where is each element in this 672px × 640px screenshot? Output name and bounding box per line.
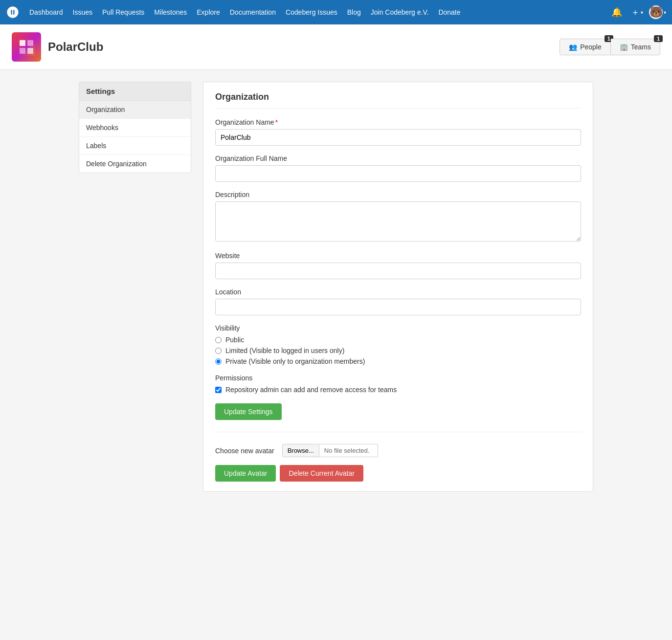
create-button[interactable]: ＋ ▾ — [628, 3, 646, 21]
permission-checkbox-label: Repository admin can add and remove acce… — [225, 386, 397, 394]
visibility-private-radio[interactable] — [215, 358, 222, 365]
sidebar-webhooks[interactable]: Webhooks — [79, 119, 191, 137]
visibility-limited-radio[interactable] — [215, 348, 222, 354]
org-name-group: Organization Name* — [215, 118, 581, 146]
avatar-buttons: Update Avatar Delete Current Avatar — [215, 465, 581, 482]
website-label: Website — [215, 252, 581, 260]
org-full-name-group: Organization Full Name — [215, 154, 581, 182]
chevron-down-icon-user: ▾ — [664, 10, 666, 15]
permission-checkbox-option: Repository admin can add and remove acce… — [215, 386, 581, 394]
navbar: Dashboard Issues Pull Requests Milestone… — [0, 0, 672, 24]
svg-rect-1 — [20, 40, 25, 46]
org-logo — [12, 32, 41, 62]
people-label: People — [580, 43, 602, 51]
nav-milestones[interactable]: Milestones — [150, 5, 191, 19]
visibility-public-radio[interactable] — [215, 337, 222, 343]
nav-codeberg-issues[interactable]: Codeberg Issues — [282, 5, 341, 19]
sidebar-nav: Organization Webhooks Labels Delete Orga… — [79, 100, 191, 173]
update-settings-button[interactable]: Update Settings — [215, 403, 282, 420]
browse-button[interactable]: Browse... — [282, 444, 319, 457]
navbar-right: 🔔 ＋ ▾ 🐻 ▾ — [608, 3, 666, 21]
permissions-group: Permissions Repository admin can add and… — [215, 374, 581, 394]
org-name-label: Organization Name* — [215, 118, 581, 126]
plus-icon: ＋ — [631, 6, 640, 18]
description-label: Description — [215, 191, 581, 199]
visibility-private-label: Private (Visible only to organization me… — [225, 357, 365, 365]
avatar: 🐻 — [649, 5, 663, 19]
org-title: PolarClub — [12, 32, 103, 62]
nav-join[interactable]: Join Codeberg e.V. — [367, 5, 433, 19]
visibility-limited-option: Limited (Visible to logged in users only… — [215, 347, 581, 354]
org-full-name-input[interactable] — [215, 165, 581, 182]
permissions-label: Permissions — [215, 374, 581, 382]
nav-dashboard[interactable]: Dashboard — [25, 5, 67, 19]
bell-icon: 🔔 — [611, 7, 622, 18]
people-icon: 👥 — [569, 43, 577, 51]
org-full-name-label: Organization Full Name — [215, 154, 581, 162]
main-content: Settings Organization Webhooks Labels De… — [67, 82, 605, 492]
nav-issues[interactable]: Issues — [69, 5, 96, 19]
sidebar-labels[interactable]: Labels — [79, 137, 191, 155]
visibility-limited-label: Limited (Visible to logged in users only… — [225, 347, 344, 354]
sidebar-organization[interactable]: Organization — [79, 101, 191, 119]
file-name-display: No file selected. — [319, 444, 378, 457]
teams-label: Teams — [631, 43, 651, 51]
update-settings-wrapper: Update Settings — [215, 403, 581, 420]
visibility-public-label: Public — [225, 336, 244, 344]
nav-explore[interactable]: Explore — [193, 5, 224, 19]
file-input-wrapper: Browse... No file selected. — [282, 444, 378, 457]
sidebar-delete-org[interactable]: Delete Organization — [79, 155, 191, 173]
people-button[interactable]: 👥 People 1 — [560, 39, 611, 55]
chevron-down-icon: ▾ — [641, 10, 643, 15]
visibility-public-option: Public — [215, 336, 581, 344]
delete-avatar-button[interactable]: Delete Current Avatar — [280, 465, 363, 482]
nav-documentation[interactable]: Documentation — [226, 5, 280, 19]
nav-pull-requests[interactable]: Pull Requests — [98, 5, 148, 19]
sidebar: Settings Organization Webhooks Labels De… — [79, 82, 191, 492]
org-name: PolarClub — [48, 40, 103, 54]
nav-donate[interactable]: Donate — [434, 5, 464, 19]
org-nav-buttons: 👥 People 1 🏢 Teams 1 — [560, 39, 660, 55]
choose-avatar-label: Choose new avatar — [215, 447, 274, 455]
avatar-section: Choose new avatar Browse... No file sele… — [215, 444, 581, 457]
svg-rect-2 — [27, 40, 33, 46]
website-input[interactable] — [215, 263, 581, 279]
location-group: Location — [215, 288, 581, 315]
location-input[interactable] — [215, 299, 581, 315]
svg-rect-4 — [27, 48, 33, 54]
description-group: Description — [215, 191, 581, 243]
description-input[interactable] — [215, 201, 581, 242]
org-header: PolarClub 👥 People 1 🏢 Teams 1 — [0, 24, 672, 70]
panel-title: Organization — [215, 92, 581, 109]
visibility-label: Visibility — [215, 324, 581, 332]
org-name-input[interactable] — [215, 129, 581, 146]
sidebar-title: Settings — [79, 82, 191, 100]
teams-button[interactable]: 🏢 Teams 1 — [611, 39, 660, 55]
svg-rect-3 — [20, 48, 25, 54]
website-group: Website — [215, 252, 581, 279]
teams-badge: 1 — [654, 35, 663, 42]
update-avatar-button[interactable]: Update Avatar — [215, 465, 276, 482]
notifications-button[interactable]: 🔔 — [608, 4, 625, 21]
permission-checkbox[interactable] — [215, 387, 222, 393]
visibility-group: Visibility Public Limited (Visible to lo… — [215, 324, 581, 365]
divider — [215, 432, 581, 432]
form-panel: Organization Organization Name* Organiza… — [203, 82, 593, 492]
location-label: Location — [215, 288, 581, 296]
required-star: * — [275, 118, 278, 126]
visibility-private-option: Private (Visible only to organization me… — [215, 357, 581, 365]
user-menu-button[interactable]: 🐻 ▾ — [649, 5, 666, 19]
teams-icon: 🏢 — [620, 43, 628, 51]
nav-blog[interactable]: Blog — [343, 5, 365, 19]
brand-logo[interactable] — [6, 5, 20, 19]
